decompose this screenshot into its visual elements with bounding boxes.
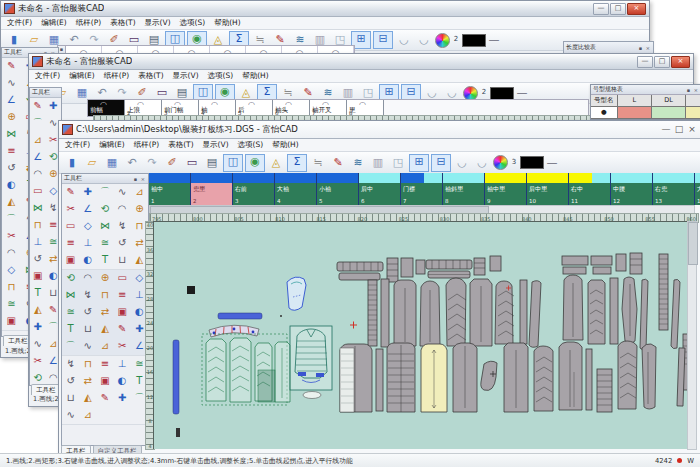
menu-item[interactable]: 选项(S) (208, 71, 234, 81)
tool-icon[interactable]: ▣ (62, 252, 79, 269)
tool-icon[interactable]: Τ (62, 321, 79, 338)
seam-b-icon[interactable]: ⊟ (431, 154, 451, 172)
tool-icon[interactable]: Τ (96, 252, 113, 269)
tool-icon[interactable]: ⋈ (2, 126, 21, 143)
piece-tab[interactable]: ◠后5 (236, 100, 273, 116)
color-wheel-icon[interactable] (435, 33, 450, 48)
tool-icon[interactable]: ⌒ (96, 184, 113, 201)
swatch-dropdown-icon[interactable]: — (546, 155, 558, 171)
piece-cell[interactable]: 袖中里9 (485, 173, 527, 205)
menu-item[interactable]: 显示(V) (145, 18, 171, 28)
sum-measure-icon[interactable]: Σ (287, 154, 307, 172)
tool-icon[interactable]: ⋈ (62, 287, 79, 304)
minimize-button[interactable]: — (660, 125, 672, 135)
tool-icon[interactable]: ≡ (114, 287, 131, 304)
menu-item[interactable]: 编辑(E) (69, 71, 95, 81)
pattern-piece-yellow[interactable] (421, 344, 447, 412)
tool-icon[interactable]: ≡ (2, 143, 21, 160)
pattern-pieces-gray[interactable] (337, 253, 688, 412)
piece-cell[interactable]: 中腰12 (611, 173, 653, 205)
undo-icon[interactable]: ↶ (123, 155, 141, 171)
tool-icon[interactable]: ✂ (30, 353, 46, 370)
pattern-piece-framed-jacket[interactable] (290, 326, 332, 399)
piece-cell[interactable]: 袖中1 (149, 173, 191, 205)
menu-item[interactable]: 纸样(P) (104, 71, 129, 81)
tool-icon[interactable]: ◭ (30, 302, 46, 319)
tool-icon[interactable]: ∿ (62, 407, 79, 424)
piece-tab[interactable]: ◠上浪2 (125, 100, 162, 116)
tool-icon[interactable]: ⌒ (2, 211, 21, 228)
tool-icon[interactable]: ⇄ (79, 373, 96, 390)
tool-icon[interactable]: ◐ (2, 177, 21, 194)
scroll-thumb[interactable] (688, 222, 698, 265)
tool-icon[interactable]: ↺ (62, 373, 79, 390)
tool-icon[interactable]: ▭ (62, 218, 79, 235)
tool-icon[interactable]: ⇄ (96, 304, 113, 321)
tool-icon[interactable]: ⊔ (62, 390, 79, 407)
tool-icon[interactable]: ↯ (62, 356, 79, 373)
tool-icon[interactable]: ▣ (30, 268, 46, 285)
tool-icon[interactable]: ⊿ (79, 407, 96, 424)
pattern-table-icon[interactable]: ▤ (203, 155, 221, 171)
show-piece-fill-icon[interactable]: ◉ (245, 154, 265, 172)
tool-icon[interactable]: ≡ (96, 356, 113, 373)
tool-icon[interactable]: ✚ (30, 319, 46, 336)
dart-b-icon[interactable]: ◡ (415, 32, 433, 48)
tool-icon[interactable]: ↺ (114, 235, 131, 252)
tool-icon[interactable]: ≅ (62, 304, 79, 321)
tool-icon[interactable]: ∠ (30, 149, 46, 166)
piece-cell[interactable]: 后中里10 (527, 173, 569, 205)
tool-icon[interactable]: ▣ (114, 304, 131, 321)
tool-icon[interactable]: ⌒ (30, 115, 46, 132)
swatch-dropdown-icon[interactable]: — (488, 32, 500, 48)
tool-icon[interactable]: ≡ (62, 235, 79, 252)
menu-item[interactable]: 文件(F) (35, 71, 60, 81)
piece-cell[interactable]: 右前3 (233, 173, 275, 205)
menu-item[interactable]: 帮助(H) (214, 18, 241, 28)
tool-icon[interactable]: ✚ (46, 98, 62, 115)
piece-cell[interactable]: 右中11 (569, 173, 611, 205)
tool-icon[interactable]: ↺ (79, 304, 96, 321)
menu-item[interactable]: 纸样(P) (134, 140, 159, 150)
tool-icon[interactable]: ◇ (2, 262, 21, 279)
tool-icon[interactable]: ⟲ (96, 201, 113, 218)
walk-pieces-icon[interactable]: ≋ (349, 155, 367, 171)
tool-icon[interactable]: ⊥ (114, 356, 131, 373)
tool-icon[interactable]: ⋈ (96, 218, 113, 235)
tool-icon[interactable]: ✎ (96, 390, 113, 407)
tool-icon[interactable]: ↺ (2, 160, 21, 177)
piece-cell[interactable]: 右兜13 (653, 173, 695, 205)
canvas-vertical-scrollbar[interactable] (687, 221, 697, 450)
tool-icon[interactable]: ◭ (79, 390, 96, 407)
close-button[interactable]: × (627, 3, 646, 15)
menu-item[interactable]: 文件(F) (65, 140, 90, 150)
tool-icon[interactable]: ⊓ (2, 279, 21, 296)
tool-icon[interactable]: ∠ (2, 92, 21, 109)
piece-tab[interactable]: ◠里8 (347, 100, 384, 116)
menu-item[interactable]: 纸样(P) (76, 18, 101, 28)
color-swatch-icon[interactable] (520, 156, 544, 169)
tool-icon[interactable]: ▣ (2, 313, 21, 330)
tool-icon[interactable]: ≅ (96, 235, 113, 252)
open-folder-icon[interactable]: ▱ (25, 32, 43, 48)
tool-icon[interactable]: ✂ (2, 228, 21, 245)
pattern-piece-blue-collar[interactable] (287, 277, 306, 310)
color-fill-icon[interactable]: ◬ (267, 155, 285, 171)
size-table-cell[interactable] (652, 107, 686, 119)
pen-icon[interactable]: ✎ (329, 155, 347, 171)
pattern-piece-collar-band[interactable] (209, 325, 259, 337)
menu-item[interactable]: 选项(S) (180, 18, 206, 28)
tool-icon[interactable]: ✚ (114, 390, 131, 407)
tool-icon[interactable]: ⊿ (30, 132, 46, 149)
minimize-button[interactable]: — (593, 3, 609, 15)
save-icon[interactable]: ▦ (103, 155, 121, 171)
tool-icon[interactable]: ◭ (96, 321, 113, 338)
minimize-button[interactable]: — (637, 56, 653, 68)
tool-icon[interactable]: ⊿ (131, 184, 148, 201)
menu-item[interactable]: 表格(T) (168, 140, 193, 150)
tool-icon[interactable]: Τ (30, 285, 46, 302)
tool-icon[interactable]: ✎ (62, 184, 79, 201)
titlebar[interactable]: C:\Users\admin\Desktop\服装打板练习.DGS - 富怡CA… (59, 121, 700, 139)
dart-a-icon[interactable]: ◡ (453, 155, 471, 171)
tool-icon[interactable]: ⊔ (114, 252, 131, 269)
